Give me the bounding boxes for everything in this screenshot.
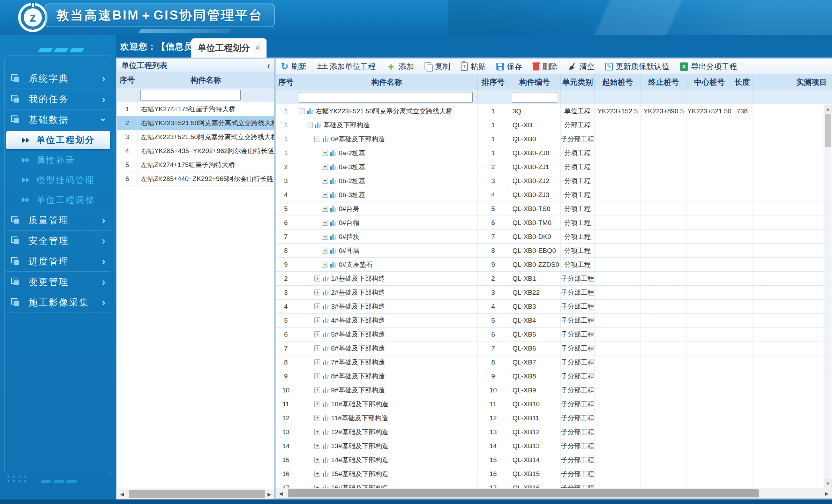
table-row[interactable]: 8 + 7#基础及下部构造 8 QL-XB7 子分部工程 <box>276 355 832 369</box>
table-row[interactable]: 7 + 0#挡块 7 QL-XB0-DK0 分项工程 <box>276 230 832 244</box>
col-measured-items[interactable]: 实测项目 <box>752 74 832 90</box>
sidebar-item-unit-project-adjust[interactable]: 单位工程调整 <box>6 190 110 210</box>
export-subitems-button[interactable]: X 导出分项工程 <box>680 61 737 72</box>
table-row[interactable]: 7 + 6#基础及下部构造 7 QL-XB6 子分部工程 <box>276 341 832 355</box>
table-row[interactable]: 10 + 9#基础及下部构造 10 QL-XB9 子分部工程 <box>276 383 832 397</box>
tab-close-icon[interactable]: × <box>255 43 260 53</box>
scroll-up-icon[interactable]: ▲ <box>824 105 832 113</box>
unit-list-row[interactable]: 1 右幅YK274+175红崖子沟特大桥 <box>117 102 274 116</box>
add-unit-project-button[interactable]: 土土 添加单位工程 <box>317 61 376 72</box>
table-row[interactable]: 1 + 0a-2桩基 1 QL-XB0-ZJ0 分项工程 <box>276 146 832 160</box>
table-row[interactable]: 3 + 0b-2桩基 3 QL-XB0-ZJ2 分项工程 <box>276 174 832 188</box>
col-category[interactable]: 单元类别 <box>561 74 595 90</box>
tree-expander-icon[interactable]: + <box>314 359 320 365</box>
tree-expander-icon[interactable]: + <box>322 206 328 212</box>
tree-expander-icon[interactable]: + <box>314 317 320 323</box>
table-vscrollbar[interactable]: ▲ ▼ <box>824 105 831 488</box>
table-row[interactable]: 4 + 3#基础及下部构造 4 QL-XB3 子分部工程 <box>276 300 832 314</box>
scroll-right-icon[interactable]: ▶ <box>264 489 274 499</box>
sidebar-item-quality-management[interactable]: 质量管理 › <box>6 210 110 231</box>
tree-expander-icon[interactable]: − <box>314 136 320 142</box>
tree-expander-icon[interactable]: + <box>322 248 328 254</box>
panel-collapse-icon[interactable]: ‹ <box>267 60 270 72</box>
tree-expander-icon[interactable]: + <box>314 457 320 463</box>
table-row[interactable]: 5 + 0#台身 5 QL-XB0-TS0 分项工程 <box>276 202 832 216</box>
tree-expander-icon[interactable]: + <box>314 303 320 309</box>
paste-button[interactable]: 粘贴 <box>461 61 486 72</box>
sidebar-item-safety-management[interactable]: 安全管理 › <box>6 231 110 251</box>
hscroll-thumb[interactable] <box>129 490 265 498</box>
sidebar-item-progress-management[interactable]: 进度管理 › <box>6 251 110 272</box>
col-name[interactable]: 构件名称 <box>296 74 478 90</box>
tree-expander-icon[interactable]: + <box>314 276 320 281</box>
table-row[interactable]: 13 + 12#基础及下部构造 13 QL-XB12 子分部工程 <box>276 425 832 439</box>
tree-expander-icon[interactable]: + <box>314 401 320 407</box>
col-length[interactable]: 长度 <box>732 74 752 90</box>
table-hscrollbar[interactable]: ◀ ▶ <box>276 488 832 498</box>
tree-expander-icon[interactable]: + <box>322 164 328 170</box>
col-end-stake[interactable]: 终止桩号 <box>641 74 687 90</box>
name-filter-input[interactable] <box>299 92 473 103</box>
scroll-right-icon[interactable]: ▶ <box>822 488 832 498</box>
tree-expander-icon[interactable]: + <box>314 387 320 393</box>
table-row[interactable]: 17 + 16#基础及下部构造 17 QL-XB16 子分部工程 <box>276 481 832 489</box>
sidebar-item-model-code-management[interactable]: 模型挂码管理 <box>6 170 110 190</box>
tree-expander-icon[interactable]: − <box>299 108 305 114</box>
tree-expander-icon[interactable]: + <box>314 373 320 379</box>
clear-button[interactable]: 清空 <box>568 61 595 72</box>
col-no[interactable]: 序号 <box>276 74 296 90</box>
tree-expander-icon[interactable]: + <box>322 192 328 198</box>
table-row[interactable]: 4 + 0b-3桩基 4 QL-XB0-ZJ3 分项工程 <box>276 188 832 202</box>
unit-list-row[interactable]: 3 左幅ZK223+521.50阿克塞分离式立交跨线大桥 <box>117 130 274 144</box>
table-row[interactable]: 11 + 10#基础及下部构造 11 QL-XB10 子分部工程 <box>276 397 832 411</box>
scroll-left-icon[interactable]: ◀ <box>276 488 286 498</box>
sidebar-item-my-tasks[interactable]: 我的任务 › <box>6 89 110 110</box>
vscroll-thumb[interactable] <box>825 114 831 147</box>
tree-expander-icon[interactable]: + <box>322 178 328 184</box>
tree-expander-icon[interactable]: + <box>322 234 328 240</box>
tree-expander-icon[interactable]: + <box>322 262 328 268</box>
sidebar-item-unit-project-division[interactable]: 单位工程划分 <box>6 131 110 149</box>
unit-list-row[interactable]: 4 右幅YK285+435~YK292+962阿尔金山特长隧道 <box>117 144 274 158</box>
tab-unit-project-division[interactable]: 单位工程划分 × <box>191 38 267 58</box>
tree-expander-icon[interactable]: − <box>307 122 313 128</box>
tree-expander-icon[interactable]: + <box>314 289 320 295</box>
col-center-stake[interactable]: 中心桩号 <box>687 74 732 90</box>
table-row[interactable]: 16 + 15#基础及下部构造 16 QL-XB15 子分部工程 <box>276 467 832 481</box>
sidebar-item-basic-data[interactable]: 基础数据 › <box>6 110 110 130</box>
table-row[interactable]: 14 + 13#基础及下部构造 14 QL-XB13 子分部工程 <box>276 439 832 453</box>
code-filter-input[interactable] <box>512 92 557 103</box>
tree-expander-icon[interactable]: + <box>322 220 328 226</box>
col-code[interactable]: 构件编号 <box>509 74 561 90</box>
delete-button[interactable]: 删除 <box>533 61 558 72</box>
table-row[interactable]: 2 + 1#基础及下部构造 2 QL-XB1 子分部工程 <box>276 272 832 286</box>
sidebar-item-attribute-supplement[interactable]: 属性补录 <box>6 150 110 170</box>
copy-button[interactable]: 复制 <box>425 61 450 72</box>
table-row[interactable]: 6 + 0#台帽 6 QL-XB0-TM0 分项工程 <box>276 216 832 230</box>
table-row[interactable]: 5 + 4#基础及下部构造 5 QL-XB4 子分部工程 <box>276 314 832 328</box>
tree-expander-icon[interactable]: + <box>314 429 320 435</box>
sidebar-item-system-dictionary[interactable]: 系统字典 › <box>6 68 110 89</box>
unit-list-row[interactable]: 5 左幅ZK274+175红崖子沟特大桥 <box>117 158 274 172</box>
add-button[interactable]: ＋ 添加 <box>386 60 414 73</box>
tree-expander-icon[interactable]: + <box>314 471 320 477</box>
unit-list-hscrollbar[interactable]: ◀ ▶ <box>117 489 274 499</box>
table-row[interactable]: 12 + 11#基础及下部构造 12 QL-XB11 子分部工程 <box>276 411 832 425</box>
unit-list-row[interactable]: 6 左幅ZK285+440~ZK292+965阿尔金山特长隧道 <box>117 172 274 186</box>
tree-expander-icon[interactable]: + <box>314 415 320 421</box>
table-row[interactable]: 15 + 14#基础及下部构造 15 QL-XB14 子分部工程 <box>276 453 832 467</box>
scroll-left-icon[interactable]: ◀ <box>117 489 127 499</box>
tree-expander-icon[interactable]: + <box>314 345 320 351</box>
column-header-no[interactable]: 序号 <box>117 72 137 88</box>
table-row[interactable]: 3 + 2#基础及下部构造 3 QL-XB22 子分部工程 <box>276 286 832 300</box>
unit-name-filter-input[interactable] <box>140 90 241 100</box>
table-row[interactable]: 6 + 5#基础及下部构造 6 QL-XB5 子分部工程 <box>276 328 832 341</box>
table-row[interactable]: 9 + 8#基础及下部构造 9 QL-XB8 子分部工程 <box>276 369 832 383</box>
sidebar-item-change-management[interactable]: 变更管理 › <box>6 272 110 292</box>
col-start-stake[interactable]: 起始桩号 <box>595 74 641 90</box>
table-row[interactable]: 1 − 右幅YK223+521.50阿克塞分离式立交跨线大桥 1 3Q 单位工程… <box>276 104 832 118</box>
col-order[interactable]: 排序号 <box>478 74 509 90</box>
column-header-name[interactable]: 构件名称 <box>137 72 274 88</box>
table-row[interactable]: 9 + 0#支座垫石 9 QL-XB0-ZZDS0 分项工程 <box>276 258 832 272</box>
save-button[interactable]: 保存 <box>496 61 522 72</box>
